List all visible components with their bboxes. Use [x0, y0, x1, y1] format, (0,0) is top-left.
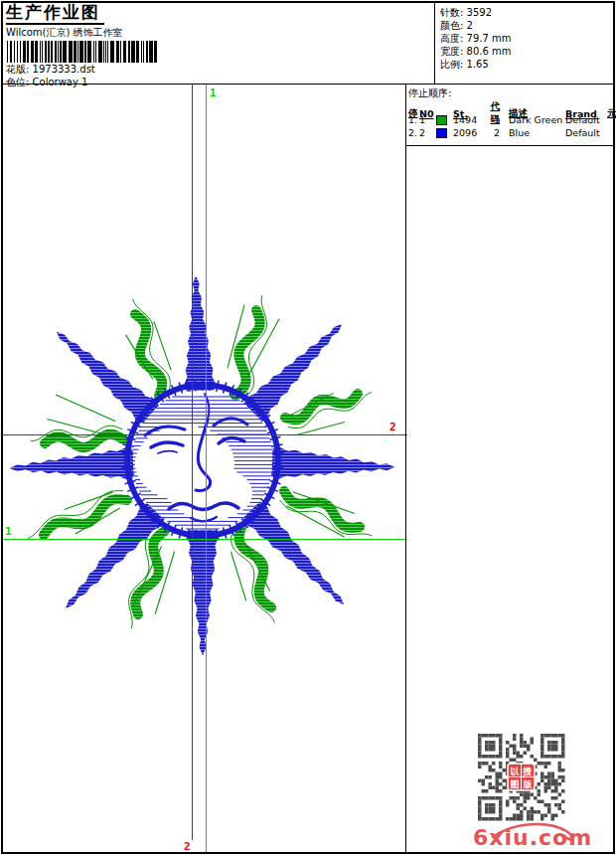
stat-stitches: 针数: 3592 — [440, 6, 512, 19]
thread-desc: Dark Green — [509, 114, 565, 125]
color-swatch — [436, 128, 453, 138]
thread-desc: Blue — [509, 127, 565, 138]
stat-width: 宽度: 80.6 mm — [440, 45, 512, 58]
watermark-text: 6xiu.com — [473, 826, 592, 850]
header-vertical-divider — [434, 3, 435, 84]
stop-no: 2. — [408, 127, 419, 138]
pattern-file-row: 花版: 1973333.dst — [6, 63, 159, 76]
page-title: 生产作业图 — [6, 3, 104, 25]
svg-text:以: 以 — [511, 767, 521, 776]
stitch-count: 1494 — [453, 114, 484, 125]
stitch-count: 2096 — [453, 127, 484, 138]
design-stats: 针数: 3592 颜色: 2 高度: 79.7 mm 宽度: 80.6 mm 比… — [440, 6, 512, 71]
panel-vertical-divider — [405, 85, 406, 852]
thread-brand: Default — [565, 127, 607, 138]
studio-name: Wilcom(汇京) 绣饰工作室 — [6, 27, 159, 39]
production-worksheet: 生产作业图 Wilcom(汇京) 绣饰工作室 花版: 1973333.dst 色… — [0, 0, 616, 855]
stat-height: 高度: 79.7 mm — [440, 32, 512, 45]
stop-sequence-panel: 停止顺序: 停 N0 St. 代码 描述 Brand 元素 1. 1 1494 … — [408, 87, 613, 139]
svg-text:搜: 搜 — [523, 767, 533, 776]
stop-sequence-title: 停止顺序: — [408, 87, 613, 99]
pattern-file-label: 花版: — [6, 64, 29, 75]
table-row: 2. 2 2096 2 Blue Default — [408, 126, 613, 139]
svg-text:图: 图 — [511, 779, 520, 789]
table-bottom-line — [406, 145, 614, 146]
header-left: 生产作业图 Wilcom(汇京) 绣饰工作室 花版: 1973333.dst 色… — [6, 3, 159, 88]
thread-code: 1 — [484, 114, 509, 125]
colorway-label: 色位: — [6, 77, 29, 87]
marker-left: 1 — [5, 525, 12, 538]
col-elements: 元素 — [607, 107, 616, 120]
color-swatch — [436, 115, 453, 125]
thread-code: 2 — [484, 127, 509, 138]
colorway-value: Colorway 1 — [33, 77, 88, 87]
needle-no: 1 — [419, 114, 436, 125]
marker-top: 1 — [210, 86, 217, 99]
pattern-file-value: 1973333.dst — [33, 64, 95, 75]
qr-center-logo: 以搜图版 — [508, 764, 535, 790]
stop-no: 1. — [408, 114, 419, 125]
marker-right: 2 — [389, 421, 396, 433]
stop-table-header-row: 停 N0 St. 代码 描述 Brand 元素 — [408, 100, 613, 113]
stat-colors: 颜色: 2 — [440, 19, 512, 32]
svg-text:版: 版 — [523, 779, 534, 789]
needle-no: 2 — [419, 127, 436, 138]
table-row: 1. 1 1494 1 Dark Green Default — [408, 113, 613, 126]
barcode — [6, 41, 159, 63]
marker-bottom: 2 — [184, 840, 191, 853]
colorway-row: 色位: Colorway 1 — [6, 76, 159, 88]
thread-brand: Default — [565, 114, 607, 125]
stat-scale: 比例: 1.65 — [440, 58, 512, 71]
